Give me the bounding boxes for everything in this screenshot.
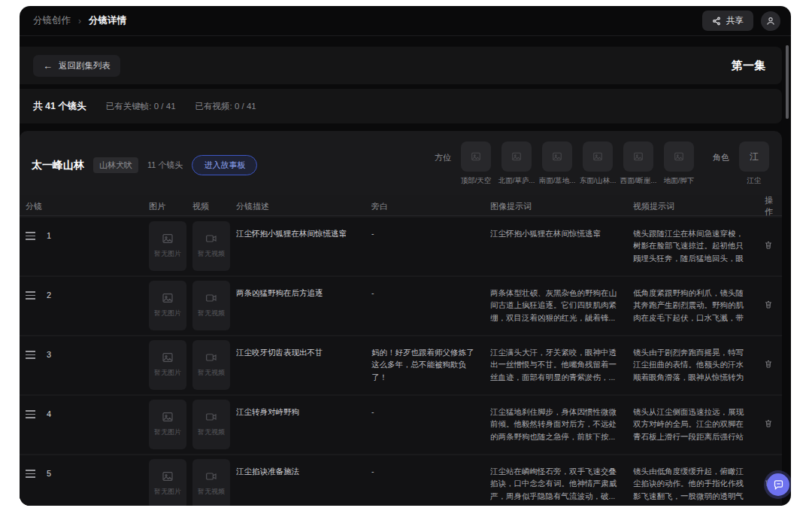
directions-list: 顶部/天空 北面/草庐... 南面/墓地... 东面/山林... bbox=[459, 141, 696, 186]
user-avatar[interactable] bbox=[761, 11, 780, 31]
direction-thumb[interactable]: 南面/墓地... bbox=[540, 141, 574, 186]
video-camera-icon bbox=[205, 411, 217, 423]
video-prompt: 镜头从江尘侧面迅速拉远，展现双方对峙的全局。江尘的双脚在青石板上滑行一段距离后强… bbox=[633, 396, 759, 441]
video-placeholder-label: 暂无视频 bbox=[198, 427, 225, 438]
breadcrumb: 分镜创作 › 分镜详情 bbox=[33, 14, 126, 27]
keyframes-stat: 已有关键帧: 0 / 41 bbox=[106, 101, 176, 112]
character-label: 角色 bbox=[713, 152, 729, 163]
video-prompt: 低角度紧跟野狗的利爪，镜头随其奔跑产生剧烈震动。野狗的肌肉在皮毛下起伏，口水飞溅… bbox=[633, 277, 759, 322]
episode-header: ← 返回剧集列表 第一集 bbox=[20, 47, 782, 84]
shot-id-cell: 2 bbox=[20, 277, 149, 335]
direction-thumb[interactable]: 地面/脚下 bbox=[662, 141, 696, 186]
image-placeholder[interactable]: 暂无图片 bbox=[149, 400, 186, 449]
direction-thumb[interactable]: 东面/山林... bbox=[580, 141, 615, 186]
shot-number: 2 bbox=[47, 289, 51, 302]
image-icon bbox=[471, 151, 481, 162]
shot-row: 1 暂无图片 暂无视频 江尘怀抱小狐狸在林间惊慌逃窜 - 江尘怀抱小狐狸在林间惊… bbox=[20, 217, 782, 275]
scene-header: 太一峰山林 山林犬吠 11 个镜头 进入故事板 方位 顶部/天空 北面/草庐..… bbox=[20, 131, 782, 186]
videos-stat: 已有视频: 0 / 41 bbox=[195, 101, 256, 112]
delete-shot-button[interactable] bbox=[764, 418, 773, 430]
drag-handle-icon[interactable] bbox=[26, 289, 35, 300]
shot-narration: - bbox=[371, 217, 490, 275]
video-placeholder[interactable]: 暂无视频 bbox=[192, 400, 230, 449]
direction-caption: 地面/脚下 bbox=[664, 176, 695, 186]
image-cell: 暂无图片 bbox=[149, 277, 192, 335]
col-header-video: 视频 bbox=[192, 201, 236, 212]
image-placeholder[interactable]: 暂无图片 bbox=[149, 459, 186, 506]
image-placeholder-label: 暂无图片 bbox=[154, 487, 181, 497]
trash-icon bbox=[764, 359, 773, 369]
video-cell: 暂无视频 bbox=[192, 217, 236, 275]
image-placeholder[interactable]: 暂无图片 bbox=[149, 221, 186, 271]
direction-thumb[interactable]: 北面/草庐... bbox=[499, 141, 534, 186]
shot-row: 2 暂无图片 暂无视频 两条凶猛野狗在后方追逐 - 两条体型壮硕、灰黑杂色的野狗… bbox=[20, 277, 782, 335]
direction-caption: 顶部/天空 bbox=[461, 176, 492, 186]
video-placeholder-label: 暂无视频 bbox=[198, 309, 225, 319]
image-placeholder[interactable]: 暂无图片 bbox=[149, 281, 186, 330]
breadcrumb-parent[interactable]: 分镜创作 bbox=[33, 14, 71, 27]
vertical-scrollbar[interactable] bbox=[786, 45, 789, 119]
back-to-series-button[interactable]: ← 返回剧集列表 bbox=[33, 55, 120, 77]
scene-shot-count: 11 个镜头 bbox=[147, 160, 183, 171]
chat-bubble-icon bbox=[773, 479, 784, 491]
operations-cell bbox=[759, 217, 782, 275]
shot-number: 1 bbox=[47, 230, 51, 242]
scene-assets: 方位 顶部/天空 北面/草庐... 南面/墓地... bbox=[435, 141, 771, 186]
col-header-image-prompt: 图像提示词 bbox=[490, 201, 633, 212]
shot-description: 江尘掐诀准备施法 bbox=[236, 455, 371, 506]
col-header-video-prompt: 视频提示词 bbox=[633, 201, 759, 212]
enter-storyboard-button[interactable]: 进入故事板 bbox=[192, 155, 257, 175]
share-button-label: 共享 bbox=[726, 15, 744, 26]
video-prompt: 镜头跟随江尘在林间急速穿梭，树影在脸部飞速掠过。起初他只顾埋头狂奔，随后猛地回头… bbox=[633, 217, 759, 263]
shot-description: 江尘咬牙切齿表现出不甘 bbox=[236, 336, 371, 394]
direction-caption: 西面/断崖... bbox=[620, 176, 657, 186]
drag-handle-icon[interactable] bbox=[26, 467, 35, 478]
delete-shot-button[interactable] bbox=[764, 359, 773, 371]
video-placeholder[interactable]: 暂无视频 bbox=[192, 340, 230, 390]
image-placeholder-label: 暂无图片 bbox=[154, 249, 181, 260]
drag-handle-icon[interactable] bbox=[26, 230, 35, 240]
scene-info: 太一峰山林 山林犬吠 11 个镜头 进入故事板 bbox=[32, 155, 257, 175]
scene-panel: 太一峰山林 山林犬吠 11 个镜头 进入故事板 方位 顶部/天空 北面/草庐..… bbox=[20, 131, 782, 506]
total-shots-stat: 共 41 个镜头 bbox=[33, 100, 86, 113]
video-placeholder[interactable]: 暂无视频 bbox=[192, 281, 230, 330]
share-button[interactable]: 共享 bbox=[702, 11, 753, 31]
character-thumb[interactable]: 江 江尘 bbox=[737, 141, 771, 186]
image-placeholder-label: 暂无图片 bbox=[154, 427, 181, 438]
character-name: 江尘 bbox=[747, 176, 762, 186]
operations-cell bbox=[759, 336, 782, 394]
image-icon bbox=[162, 470, 174, 482]
image-icon bbox=[162, 411, 174, 423]
image-icon bbox=[592, 151, 603, 162]
direction-thumbnail bbox=[501, 141, 532, 172]
assistant-chat-button[interactable] bbox=[767, 473, 789, 496]
direction-thumb[interactable]: 顶部/天空 bbox=[459, 141, 493, 186]
shot-narration: 妈的！好歹也跟着师父修炼了这么多年，总不能被狗欺负了！ bbox=[371, 336, 490, 394]
drag-handle-icon[interactable] bbox=[26, 408, 35, 418]
drag-handle-icon[interactable] bbox=[26, 348, 35, 359]
character-thumbnail: 江 bbox=[739, 141, 769, 172]
direction-caption: 南面/墓地... bbox=[539, 176, 576, 186]
delete-shot-button[interactable] bbox=[764, 240, 773, 252]
video-placeholder[interactable]: 暂无视频 bbox=[192, 459, 230, 506]
image-placeholder-label: 暂无图片 bbox=[154, 368, 181, 379]
video-prompt: 镜头由低角度缓缓升起，俯瞰江尘掐诀的动作。他的手指化作残影飞速翻飞，一股微弱的透… bbox=[633, 455, 759, 500]
col-header-image: 图片 bbox=[149, 201, 192, 212]
video-cell: 暂无视频 bbox=[192, 336, 236, 394]
direction-thumbnail bbox=[542, 141, 572, 172]
operations-cell bbox=[759, 277, 782, 335]
col-header-operations: 操作 bbox=[759, 195, 782, 217]
image-placeholder[interactable]: 暂无图片 bbox=[149, 340, 186, 390]
delete-shot-button[interactable] bbox=[764, 300, 773, 312]
video-cell: 暂无视频 bbox=[192, 277, 236, 335]
video-placeholder-label: 暂无视频 bbox=[198, 368, 225, 379]
direction-thumb[interactable]: 西面/断崖... bbox=[621, 141, 656, 186]
video-placeholder-label: 暂无视频 bbox=[198, 487, 225, 497]
shot-rows: 1 暂无图片 暂无视频 江尘怀抱小狐狸在林间惊慌逃窜 - 江尘怀抱小狐狸在林间惊… bbox=[20, 217, 782, 506]
video-placeholder[interactable]: 暂无视频 bbox=[192, 221, 230, 271]
image-icon bbox=[162, 233, 174, 245]
stats-bar: 共 41 个镜头 已有关键帧: 0 / 41 已有视频: 0 / 41 bbox=[20, 89, 782, 123]
arrow-left-icon: ← bbox=[43, 60, 53, 71]
video-camera-icon bbox=[205, 292, 217, 304]
chevron-right-icon: › bbox=[78, 16, 81, 26]
